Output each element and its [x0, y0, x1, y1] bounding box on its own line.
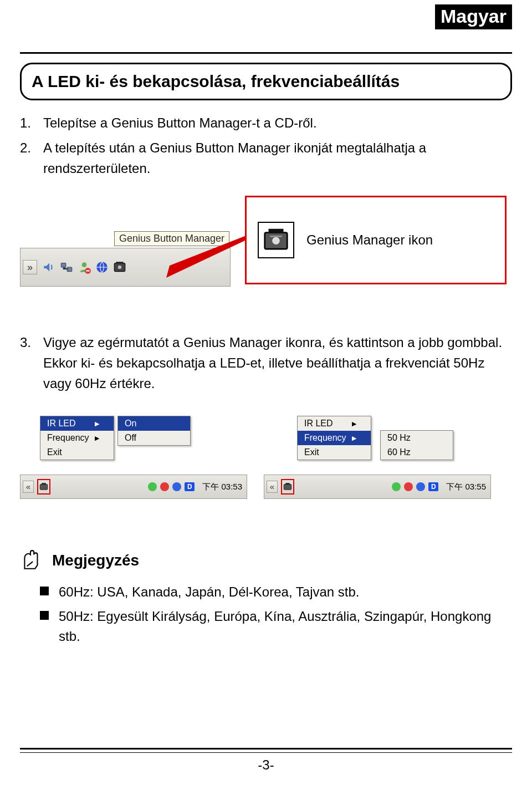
note-title: Megjegyzés: [52, 552, 139, 569]
menu-item-exit-label: Exit: [47, 447, 62, 457]
status-dot-blue-icon: [172, 482, 181, 491]
taskbar-chevron-button[interactable]: «: [23, 481, 34, 493]
context-menu-panel-led: IR LED ▶ Frequency ▶ Exit On Off «: [20, 416, 247, 499]
taskbar-status-icons: D: [392, 482, 438, 491]
svg-point-2: [82, 262, 87, 267]
menu-item-frequency[interactable]: Frequency ▶: [298, 431, 371, 445]
step-1-text: Telepítse a Genius Button Manager-t a CD…: [43, 113, 512, 133]
svg-rect-4: [86, 270, 90, 271]
submenu-item-50hz-label: 50 Hz: [387, 433, 411, 443]
status-dot-red-icon: [404, 482, 413, 491]
language-badge: Magyar: [435, 4, 512, 29]
systray-bar: »: [20, 248, 231, 287]
note-item-60hz: 60Hz: USA, Kanada, Japán, Dél-Korea, Taj…: [40, 582, 512, 602]
menu-item-exit[interactable]: Exit: [298, 445, 371, 460]
figure-systray-callout: Genius Button Manager » Geni: [20, 192, 512, 302]
menu-item-ir-led-label: IR LED: [304, 419, 333, 429]
submenu-item-60hz-label: 60 Hz: [387, 447, 411, 457]
status-dot-blue-icon: [416, 482, 425, 491]
callout-label: Genius Manager ikon: [306, 232, 433, 248]
bullet-square-icon: [40, 587, 49, 595]
submenu-arrow-icon: ▶: [95, 435, 99, 442]
taskbar-a: « D 下午 03:53: [20, 475, 247, 499]
context-menu-primary[interactable]: IR LED ▶ Frequency ▶ Exit: [297, 416, 371, 460]
menu-item-exit-label: Exit: [304, 447, 319, 457]
figure-context-menus: IR LED ▶ Frequency ▶ Exit On Off «: [20, 416, 512, 499]
status-dot-green-icon: [148, 482, 157, 491]
messenger-icon[interactable]: [77, 260, 91, 274]
context-submenu-led[interactable]: On Off: [117, 416, 191, 446]
menu-item-ir-led[interactable]: IR LED ▶: [40, 416, 114, 431]
update-icon[interactable]: [95, 260, 109, 274]
menu-item-frequency-label: Frequency: [304, 433, 346, 443]
menu-item-frequency[interactable]: Frequency ▶: [40, 431, 114, 445]
status-dot-green-icon: [392, 482, 401, 491]
taskbar-clock: 下午 03:55: [446, 482, 486, 492]
svg-point-12: [272, 237, 280, 244]
taskbar-chevron-button[interactable]: «: [267, 481, 278, 493]
submenu-arrow-icon: ▶: [352, 420, 356, 427]
menu-item-ir-led-label: IR LED: [47, 419, 76, 429]
step-2: 2. A telepítés után a Genius Button Mana…: [20, 137, 512, 179]
context-submenu-frequency[interactable]: 50 Hz 60 Hz: [380, 430, 453, 460]
svg-rect-14: [40, 485, 48, 490]
context-menu-panel-frequency: IR LED ▶ Frequency ▶ Exit 50 Hz 60 Hz «: [264, 416, 491, 499]
systray-expand-button[interactable]: »: [23, 260, 37, 274]
note-header: Megjegyzés: [20, 549, 512, 572]
instruction-list: 1. Telepítse a Genius Button Manager-t a…: [20, 113, 512, 179]
submenu-arrow-icon: ▶: [352, 435, 356, 442]
network-icon[interactable]: [59, 260, 74, 274]
note-item-60hz-text: 60Hz: USA, Kanada, Japán, Dél-Korea, Taj…: [59, 582, 360, 602]
section-title: A LED ki- és bekapcsolása, frekvenciabeá…: [32, 72, 500, 91]
step-3-number: 3.: [20, 332, 43, 394]
step-3-text: Vigye az egérmutatót a Genius Manager ik…: [43, 332, 512, 394]
step-2-text: A telepítés után a Genius Button Manager…: [43, 137, 512, 179]
systray-tooltip: Genius Button Manager: [114, 231, 229, 246]
svg-point-8: [118, 265, 122, 269]
bottom-rule: [20, 748, 512, 750]
submenu-item-on-label: On: [125, 419, 136, 429]
svg-rect-11: [269, 228, 284, 233]
step-1-number: 1.: [20, 113, 43, 133]
genius-manager-tray-icon[interactable]: [112, 260, 127, 274]
note-list: 60Hz: USA, Kanada, Japán, Dél-Korea, Taj…: [20, 582, 512, 646]
instruction-list-2: 3. Vigye az egérmutatót a Genius Manager…: [20, 332, 512, 394]
note-item-50hz: 50Hz: Egyesült Királyság, Európa, Kína, …: [40, 606, 512, 646]
status-d-icon: D: [185, 482, 195, 491]
bottom-rule-thin: [20, 752, 512, 753]
menu-item-ir-led[interactable]: IR LED ▶: [298, 416, 371, 431]
menu-item-frequency-label: Frequency: [47, 433, 89, 443]
systray-icons: [42, 260, 127, 274]
svg-rect-17: [285, 483, 290, 485]
taskbar-status-icons: D: [148, 482, 195, 491]
top-rule: [20, 52, 512, 54]
submenu-item-off-label: Off: [125, 433, 136, 443]
note-item-50hz-text: 50Hz: Egyesült Királyság, Európa, Kína, …: [59, 606, 512, 646]
genius-manager-tray-icon[interactable]: [39, 481, 49, 492]
genius-manager-tray-icon[interactable]: [283, 481, 293, 492]
volume-icon[interactable]: [42, 260, 56, 274]
taskbar-b: « D 下午 03:55: [264, 475, 491, 499]
submenu-item-60hz[interactable]: 60 Hz: [381, 445, 453, 460]
genius-manager-large-icon: [258, 222, 294, 258]
svg-rect-15: [42, 483, 46, 485]
note-block: Megjegyzés 60Hz: USA, Kanada, Japán, Dél…: [20, 549, 512, 646]
step-2-number: 2.: [20, 137, 43, 179]
tray-icon-highlight: [37, 479, 50, 495]
status-d-icon: D: [428, 482, 438, 491]
context-menu-primary[interactable]: IR LED ▶ Frequency ▶ Exit: [40, 416, 114, 460]
step-1: 1. Telepítse a Genius Button Manager-t a…: [20, 113, 512, 133]
step-3: 3. Vigye az egérmutatót a Genius Manager…: [20, 332, 512, 394]
submenu-item-off[interactable]: Off: [118, 431, 190, 445]
taskbar-clock: 下午 03:53: [202, 482, 242, 492]
svg-rect-16: [284, 485, 291, 490]
status-dot-red-icon: [160, 482, 169, 491]
svg-rect-7: [116, 262, 124, 263]
bullet-square-icon: [40, 611, 49, 620]
note-hand-icon: [20, 549, 43, 572]
submenu-item-50hz[interactable]: 50 Hz: [381, 431, 453, 445]
menu-item-exit[interactable]: Exit: [40, 445, 114, 460]
tray-icon-highlight: [281, 479, 294, 495]
submenu-item-on[interactable]: On: [118, 416, 190, 431]
callout-box: Genius Manager ikon: [245, 196, 507, 284]
